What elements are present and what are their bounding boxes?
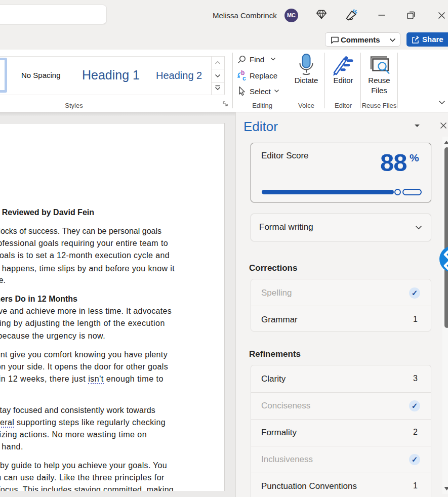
svg-text:c: c [242,75,246,82]
